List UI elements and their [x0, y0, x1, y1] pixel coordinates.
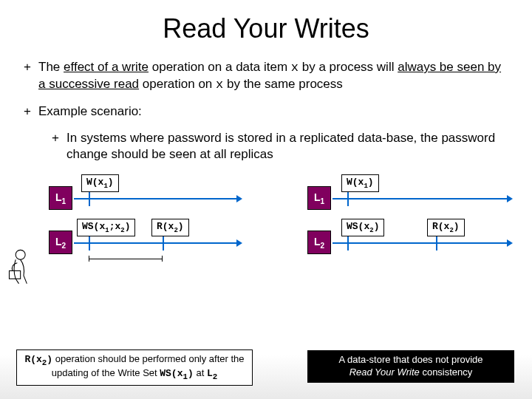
op-WS-right: WS(x2) — [341, 219, 384, 236]
label-L2-right: L2 — [307, 231, 331, 254]
bullet-2-text: Example scenario: — [38, 103, 142, 120]
bullet-2a: + In systems where password is stored in… — [52, 130, 508, 163]
bullet-1: + The effect of a write operation on a d… — [24, 59, 508, 93]
diagram: L1 W(x1) L2 WS(x1;x2) R(x2) L1 W(x1) L2 … — [0, 173, 532, 313]
op-W-x1-right: W(x1) — [341, 174, 379, 192]
timeline-L1-right — [332, 198, 507, 200]
plus-icon: + — [24, 59, 38, 93]
timeline-L2-right — [332, 242, 507, 244]
op-W-x1-left: W(x1) — [81, 174, 119, 192]
plus-icon: + — [24, 103, 38, 120]
label-L1-left: L1 — [49, 186, 72, 210]
caption-left: R(x2) operation should be performed only… — [16, 349, 253, 386]
plus-icon: + — [52, 130, 66, 163]
connector-left — [89, 259, 163, 259]
label-L1-right: L1 — [307, 186, 331, 210]
timeline-L1-left — [74, 198, 236, 200]
bullet-list: + The effect of a write operation on a d… — [24, 59, 508, 163]
bullet-1-text: The effect of a write operation on a dat… — [38, 59, 508, 93]
label-L2-left: L2 — [49, 231, 72, 254]
bullet-2a-text: In systems where password is stored in a… — [66, 130, 508, 163]
op-WS-left: WS(x1;x2) — [77, 219, 135, 236]
bullet-2: + Example scenario: — [24, 103, 508, 120]
timeline-L2-left — [74, 242, 236, 244]
slide: Read Your Writes + The effect of a write… — [0, 0, 532, 399]
slide-title: Read Your Writes — [0, 13, 532, 44]
op-R-right: R(x2) — [427, 219, 465, 236]
op-R-left: R(x2) — [151, 219, 189, 236]
caption-right: A data-store that does not provide Read … — [307, 350, 514, 383]
